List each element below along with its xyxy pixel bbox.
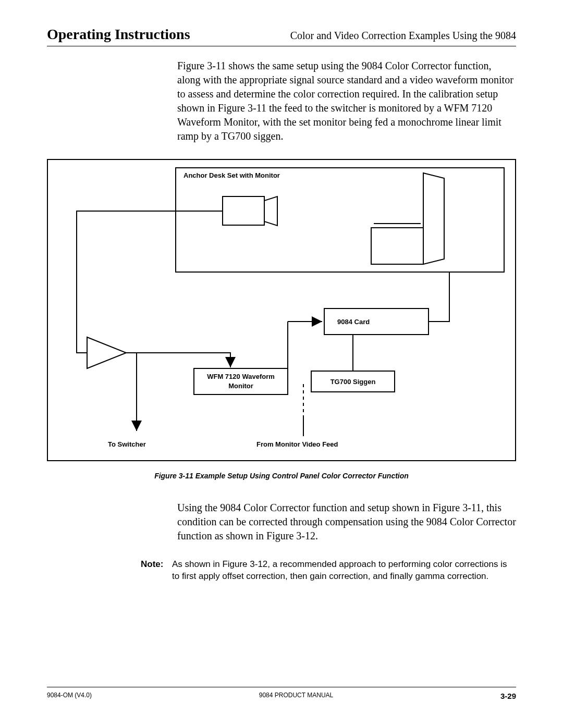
label-to-switcher: To Switcher	[108, 440, 146, 448]
label-anchor-desk: Anchor Desk Set with Monitor	[183, 171, 280, 179]
header-rule	[47, 46, 516, 46]
footer-page-number: 3-29	[500, 692, 516, 700]
footer-center: 9084 PRODUCT MANUAL	[259, 692, 334, 700]
label-wfm-line2: Monitor	[198, 382, 284, 390]
svg-rect-0	[176, 168, 504, 272]
label-9084-card: 9084 Card	[337, 318, 370, 326]
svg-rect-2	[371, 228, 423, 264]
footer-rule	[47, 687, 516, 687]
note-text: As shown in Figure 3-12, a recommended a…	[172, 559, 516, 583]
diagram-svg	[48, 160, 515, 460]
label-from-monitor: From Monitor Video Feed	[256, 440, 338, 448]
label-wfm-line1: WFM 7120 Waveform	[198, 373, 284, 380]
figure-caption: Figure 3-11 Example Setup Using Control …	[47, 472, 516, 480]
figure-frame: Anchor Desk Set with Monitor 9084 Card W…	[47, 159, 516, 461]
intro-paragraph: Figure 3-11 shows the same setup using t…	[177, 59, 516, 143]
header-left: Operating Instructions	[47, 26, 190, 43]
footer-left: 9084-OM (V4.0)	[47, 692, 92, 700]
note-label: Note:	[141, 559, 172, 583]
header-right: Color and Video Correction Examples Usin…	[290, 30, 516, 42]
footer: 9084-OM (V4.0) 9084 PRODUCT MANUAL 3-29	[47, 687, 516, 700]
label-tg700: TG700 Siggen	[316, 378, 389, 386]
paragraph-2: Using the 9084 Color Corrector function …	[177, 501, 516, 543]
note-block: Note: As shown in Figure 3-12, a recomme…	[141, 559, 516, 583]
svg-rect-1	[223, 196, 264, 225]
